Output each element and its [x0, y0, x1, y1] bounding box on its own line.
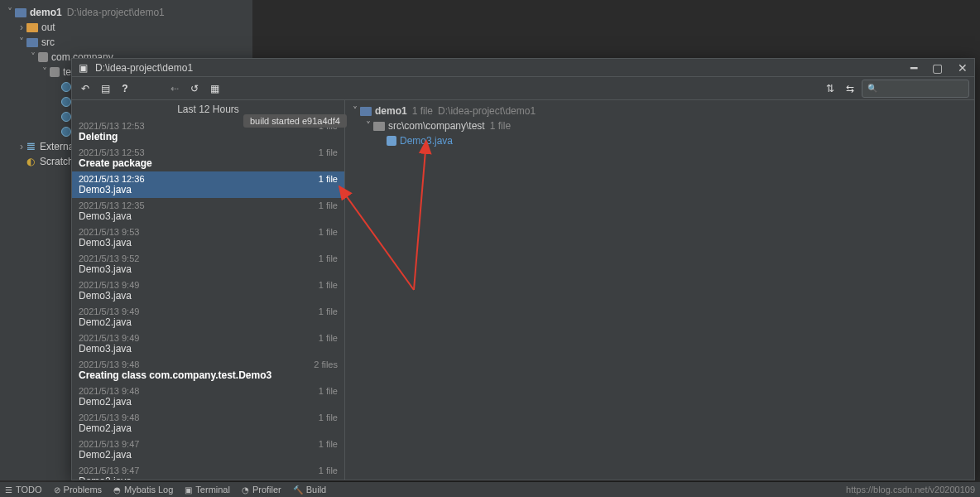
history-item[interactable]: 2021/5/13 12:531 fileCreate package: [72, 145, 344, 171]
changes-pkg-count: 1 file: [490, 120, 511, 132]
collapse-button[interactable]: ⇆: [842, 80, 858, 97]
problems-tab[interactable]: ⊘Problems: [54, 485, 102, 495]
history-item-time: 2021/5/13 9:52: [79, 253, 139, 263]
history-item-count: 1 file: [319, 174, 338, 184]
history-item-title: Demo3.java: [79, 343, 338, 355]
history-item[interactable]: 2021/5/13 9:471 fileDemo2.java: [72, 463, 344, 480]
history-item-time: 2021/5/13 9:48: [79, 413, 139, 422]
tree-item[interactable]: out: [0, 20, 252, 35]
history-item[interactable]: 2021/5/13 12:351 fileDemo3.java: [72, 198, 344, 224]
save-button[interactable]: ▤: [97, 80, 113, 97]
history-item[interactable]: 2021/5/13 9:491 fileDemo2.java: [72, 304, 344, 331]
grid-button[interactable]: ▦: [206, 80, 223, 97]
changes-root[interactable]: demo1 1 file D:\idea-project\demo1: [350, 104, 969, 118]
history-item-meta: 2021/5/13 9:491 file: [79, 280, 338, 290]
history-item-title: Demo3.java: [79, 184, 338, 195]
prev-diff-button[interactable]: ⇠: [166, 80, 183, 97]
todo-tab[interactable]: ☰TODO: [5, 485, 42, 495]
search-input[interactable]: [862, 80, 969, 98]
folder-icon: [26, 38, 38, 47]
history-item-time: 2021/5/13 9:48: [79, 386, 139, 396]
project-icon: [15, 8, 26, 17]
changes-file[interactable]: Demo3.java: [350, 133, 969, 148]
history-item-meta: 2021/5/13 9:491 file: [79, 306, 338, 316]
folder-icon: [26, 23, 38, 32]
scratch-icon: ◐: [26, 156, 36, 167]
mybatis-tab[interactable]: ◓Mybatis Log: [113, 485, 173, 495]
build-tab[interactable]: 🔨Build: [293, 485, 326, 495]
popup-toolbar: ↶ ▤ ? ⇠ ↺ ▦ ⇅ ⇆: [72, 77, 974, 100]
minimize-button[interactable]: ━: [910, 61, 917, 75]
history-item-count: 1 file: [319, 253, 338, 263]
history-item-title: Demo3.java: [79, 237, 338, 248]
package-icon: [38, 52, 48, 62]
project-icon: [360, 107, 372, 116]
history-item-count: 1 file: [319, 227, 338, 237]
tree-item-label: out: [41, 22, 55, 33]
package-icon: [373, 122, 385, 131]
history-item[interactable]: 2021/5/13 9:531 fileDemo3.java: [72, 224, 344, 251]
history-item-count: 1 file: [319, 466, 338, 475]
chevron-down-icon[interactable]: [17, 36, 26, 48]
class-icon: [61, 127, 71, 137]
expand-button[interactable]: ⇅: [822, 80, 838, 97]
history-item-meta: 2021/5/13 9:521 file: [79, 253, 338, 263]
tree-item[interactable]: src: [0, 35, 252, 50]
chevron-down-icon[interactable]: [40, 66, 50, 78]
history-item-title: Demo2.java: [79, 316, 338, 328]
history-item-meta: 2021/5/13 9:531 file: [79, 227, 338, 237]
terminal-tab[interactable]: ▣Terminal: [185, 485, 230, 495]
history-item-count: 1 file: [319, 280, 338, 290]
chevron-right-icon[interactable]: [17, 22, 26, 33]
popup-title: D:\idea-project\demo1: [95, 62, 193, 74]
class-icon: [61, 82, 71, 92]
history-item-meta: 2021/5/13 9:481 file: [79, 386, 338, 396]
history-item-meta: 2021/5/13 12:351 file: [79, 200, 338, 210]
chevron-down-icon[interactable]: [350, 105, 360, 117]
history-item-time: 2021/5/13 9:48: [79, 359, 139, 369]
help-button[interactable]: ?: [117, 80, 133, 97]
history-item-title: Demo3.java: [79, 263, 338, 275]
history-item-meta: 2021/5/13 12:531 file: [79, 147, 338, 157]
history-item[interactable]: 2021/5/13 9:521 fileDemo3.java: [72, 251, 344, 277]
history-item-meta: 2021/5/13 9:471 file: [79, 466, 338, 475]
project-name: demo1: [30, 7, 62, 18]
chevron-down-icon[interactable]: [28, 51, 38, 63]
chevron-right-icon[interactable]: [17, 141, 26, 152]
history-item-title: Deleting: [79, 131, 338, 142]
history-item[interactable]: 2021/5/13 9:491 fileDemo3.java: [72, 331, 344, 357]
history-item-count: 1 file: [319, 306, 338, 316]
close-button[interactable]: ✕: [958, 61, 968, 75]
history-item[interactable]: 2021/5/13 12:361 fileDemo3.java: [72, 171, 344, 198]
class-icon: [61, 97, 71, 107]
history-item[interactable]: 2021/5/13 9:491 fileDemo3.java: [72, 277, 344, 304]
class-icon: [61, 112, 71, 122]
changes-file-label: Demo3.java: [400, 135, 453, 147]
history-item-time: 2021/5/13 9:47: [79, 466, 139, 475]
history-item[interactable]: 2021/5/13 9:481 fileDemo2.java: [72, 410, 344, 437]
undo-button[interactable]: ↶: [77, 80, 94, 97]
revert-button[interactable]: ↺: [186, 80, 203, 97]
project-path: D:\idea-project\demo1: [67, 7, 165, 18]
history-item-time: 2021/5/13 9:47: [79, 439, 139, 449]
maximize-button[interactable]: ▢: [932, 61, 943, 75]
chevron-down-icon[interactable]: [5, 7, 15, 18]
history-item-title: Demo2.java: [79, 396, 338, 408]
history-item-title: Demo2.java: [79, 449, 338, 461]
history-item-time: 2021/5/13 9:49: [79, 280, 139, 290]
history-item-meta: 2021/5/13 9:491 file: [79, 333, 338, 343]
history-item-time: 2021/5/13 12:35: [79, 200, 145, 210]
profiler-tab[interactable]: ◔Profiler: [242, 485, 281, 495]
history-item[interactable]: 2021/5/13 9:482 filesCreating class com.…: [72, 357, 344, 384]
history-item[interactable]: 2021/5/13 9:471 fileDemo2.java: [72, 437, 344, 463]
history-item-count: 1 file: [319, 333, 338, 343]
changes-package[interactable]: src\com\company\test 1 file: [350, 118, 969, 133]
history-item-title: Demo2.java: [79, 422, 338, 434]
chevron-down-icon[interactable]: [363, 120, 373, 132]
history-item[interactable]: 2021/5/13 9:481 fileDemo2.java: [72, 384, 344, 410]
history-item-meta: 2021/5/13 12:361 file: [79, 174, 338, 184]
tree-root[interactable]: demo1 D:\idea-project\demo1: [0, 5, 252, 20]
history-item-time: 2021/5/13 12:36: [79, 174, 145, 184]
library-icon: 𝌆: [26, 141, 36, 152]
history-item-time: 2021/5/13 12:53: [79, 121, 145, 131]
